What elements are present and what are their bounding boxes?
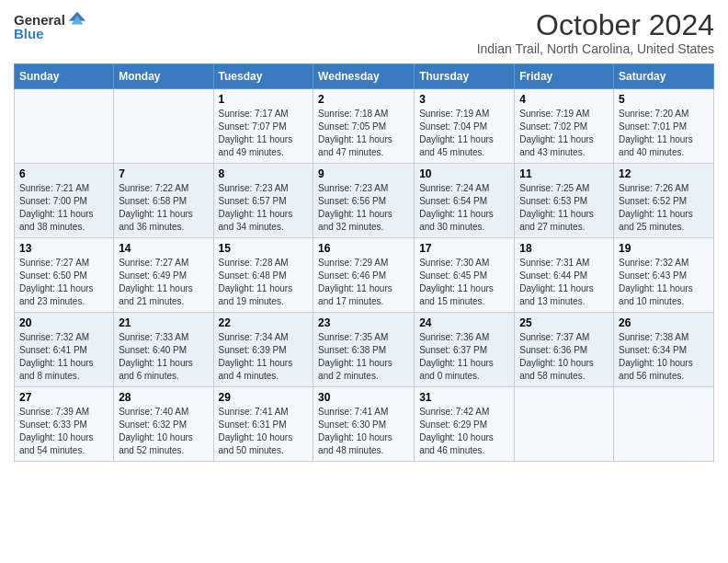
day-number: 11 [519, 167, 609, 180]
calendar-cell: 25Sunrise: 7:37 AM Sunset: 6:36 PM Dayli… [515, 313, 614, 387]
calendar-cell: 15Sunrise: 7:28 AM Sunset: 6:48 PM Dayli… [213, 238, 313, 313]
day-number: 5 [619, 93, 709, 106]
day-number: 6 [19, 167, 108, 180]
calendar-cell [515, 387, 614, 462]
day-number: 9 [318, 167, 409, 180]
day-number: 21 [119, 316, 208, 329]
calendar-cell: 10Sunrise: 7:24 AM Sunset: 6:54 PM Dayli… [415, 164, 515, 238]
day-info: Sunrise: 7:23 AM Sunset: 6:57 PM Dayligh… [219, 182, 309, 234]
calendar-cell: 9Sunrise: 7:23 AM Sunset: 6:56 PM Daylig… [313, 164, 415, 238]
day-number: 2 [318, 93, 409, 106]
calendar-week-row: 13Sunrise: 7:27 AM Sunset: 6:50 PM Dayli… [15, 238, 714, 313]
day-number: 17 [419, 242, 509, 255]
calendar-cell: 17Sunrise: 7:30 AM Sunset: 6:45 PM Dayli… [415, 238, 515, 313]
day-info: Sunrise: 7:29 AM Sunset: 6:46 PM Dayligh… [318, 257, 409, 308]
calendar-table: SundayMondayTuesdayWednesdayThursdayFrid… [14, 63, 714, 462]
calendar-cell [614, 387, 714, 462]
day-number: 27 [19, 391, 108, 404]
day-number: 15 [219, 242, 309, 255]
day-info: Sunrise: 7:27 AM Sunset: 6:50 PM Dayligh… [19, 257, 108, 308]
calendar-cell: 3Sunrise: 7:19 AM Sunset: 7:04 PM Daylig… [415, 89, 515, 164]
day-info: Sunrise: 7:19 AM Sunset: 7:02 PM Dayligh… [519, 108, 609, 159]
day-info: Sunrise: 7:36 AM Sunset: 6:37 PM Dayligh… [419, 331, 509, 383]
logo: General Blue [14, 9, 87, 41]
calendar-cell: 28Sunrise: 7:40 AM Sunset: 6:32 PM Dayli… [114, 387, 213, 462]
day-number: 18 [519, 242, 609, 255]
calendar-subtitle: Indian Trail, North Carolina, United Sta… [477, 41, 714, 56]
calendar-cell: 7Sunrise: 7:22 AM Sunset: 6:58 PM Daylig… [114, 164, 213, 238]
weekday-header-tuesday: Tuesday [213, 64, 313, 89]
calendar-week-row: 6Sunrise: 7:21 AM Sunset: 7:00 PM Daylig… [15, 164, 714, 238]
day-info: Sunrise: 7:41 AM Sunset: 6:31 PM Dayligh… [219, 406, 309, 457]
calendar-cell: 24Sunrise: 7:36 AM Sunset: 6:37 PM Dayli… [415, 313, 515, 387]
day-number: 10 [419, 167, 509, 180]
day-info: Sunrise: 7:40 AM Sunset: 6:32 PM Dayligh… [119, 406, 208, 457]
calendar-week-row: 20Sunrise: 7:32 AM Sunset: 6:41 PM Dayli… [15, 313, 714, 387]
calendar-cell: 22Sunrise: 7:34 AM Sunset: 6:39 PM Dayli… [213, 313, 313, 387]
day-info: Sunrise: 7:24 AM Sunset: 6:54 PM Dayligh… [419, 182, 509, 234]
day-number: 19 [619, 242, 709, 255]
calendar-cell: 26Sunrise: 7:38 AM Sunset: 6:34 PM Dayli… [614, 313, 714, 387]
day-info: Sunrise: 7:37 AM Sunset: 6:36 PM Dayligh… [519, 331, 609, 383]
day-info: Sunrise: 7:41 AM Sunset: 6:30 PM Dayligh… [318, 406, 409, 457]
day-info: Sunrise: 7:20 AM Sunset: 7:01 PM Dayligh… [619, 108, 709, 159]
calendar-cell: 12Sunrise: 7:26 AM Sunset: 6:52 PM Dayli… [614, 164, 714, 238]
day-number: 30 [318, 391, 409, 404]
logo-text-general: General [14, 12, 65, 28]
day-info: Sunrise: 7:31 AM Sunset: 6:44 PM Dayligh… [519, 257, 609, 308]
day-number: 12 [619, 167, 709, 180]
day-info: Sunrise: 7:39 AM Sunset: 6:33 PM Dayligh… [19, 406, 108, 457]
calendar-cell: 23Sunrise: 7:35 AM Sunset: 6:38 PM Dayli… [313, 313, 415, 387]
day-number: 7 [119, 167, 208, 180]
day-number: 1 [219, 93, 309, 106]
calendar-cell: 8Sunrise: 7:23 AM Sunset: 6:57 PM Daylig… [213, 164, 313, 238]
weekday-header-sunday: Sunday [15, 64, 114, 89]
day-info: Sunrise: 7:35 AM Sunset: 6:38 PM Dayligh… [318, 331, 409, 383]
day-number: 28 [119, 391, 208, 404]
calendar-header: SundayMondayTuesdayWednesdayThursdayFrid… [15, 64, 714, 89]
day-number: 26 [619, 316, 709, 329]
calendar-cell: 14Sunrise: 7:27 AM Sunset: 6:49 PM Dayli… [114, 238, 213, 313]
calendar-cell: 6Sunrise: 7:21 AM Sunset: 7:00 PM Daylig… [15, 164, 114, 238]
calendar-week-row: 1Sunrise: 7:17 AM Sunset: 7:07 PM Daylig… [15, 89, 714, 164]
calendar-cell: 30Sunrise: 7:41 AM Sunset: 6:30 PM Dayli… [313, 387, 415, 462]
calendar-body: 1Sunrise: 7:17 AM Sunset: 7:07 PM Daylig… [15, 89, 714, 462]
calendar-cell [114, 89, 213, 164]
day-info: Sunrise: 7:28 AM Sunset: 6:48 PM Dayligh… [219, 257, 309, 308]
day-number: 31 [419, 391, 509, 404]
day-info: Sunrise: 7:27 AM Sunset: 6:49 PM Dayligh… [119, 257, 208, 308]
weekday-header-wednesday: Wednesday [313, 64, 415, 89]
calendar-title: October 2024 [477, 9, 714, 41]
weekday-header-monday: Monday [114, 64, 213, 89]
day-info: Sunrise: 7:32 AM Sunset: 6:41 PM Dayligh… [19, 331, 108, 383]
calendar-cell: 4Sunrise: 7:19 AM Sunset: 7:02 PM Daylig… [515, 89, 614, 164]
calendar-cell [15, 89, 114, 164]
calendar-cell: 31Sunrise: 7:42 AM Sunset: 6:29 PM Dayli… [415, 387, 515, 462]
day-info: Sunrise: 7:26 AM Sunset: 6:52 PM Dayligh… [619, 182, 709, 234]
day-info: Sunrise: 7:42 AM Sunset: 6:29 PM Dayligh… [419, 406, 509, 457]
day-info: Sunrise: 7:30 AM Sunset: 6:45 PM Dayligh… [419, 257, 509, 308]
day-number: 22 [219, 316, 309, 329]
calendar-cell: 29Sunrise: 7:41 AM Sunset: 6:31 PM Dayli… [213, 387, 313, 462]
logo-icon [67, 9, 87, 29]
weekday-header-friday: Friday [515, 64, 614, 89]
calendar-cell: 11Sunrise: 7:25 AM Sunset: 6:53 PM Dayli… [515, 164, 614, 238]
weekday-header-row: SundayMondayTuesdayWednesdayThursdayFrid… [15, 64, 714, 89]
calendar-cell: 20Sunrise: 7:32 AM Sunset: 6:41 PM Dayli… [15, 313, 114, 387]
day-number: 16 [318, 242, 409, 255]
day-number: 3 [419, 93, 509, 106]
calendar-cell: 1Sunrise: 7:17 AM Sunset: 7:07 PM Daylig… [213, 89, 313, 164]
day-info: Sunrise: 7:21 AM Sunset: 7:00 PM Dayligh… [19, 182, 108, 234]
day-number: 20 [19, 316, 108, 329]
day-number: 8 [219, 167, 309, 180]
day-info: Sunrise: 7:22 AM Sunset: 6:58 PM Dayligh… [119, 182, 208, 234]
day-number: 24 [419, 316, 509, 329]
calendar-cell: 27Sunrise: 7:39 AM Sunset: 6:33 PM Dayli… [15, 387, 114, 462]
day-info: Sunrise: 7:32 AM Sunset: 6:43 PM Dayligh… [619, 257, 709, 308]
day-info: Sunrise: 7:19 AM Sunset: 7:04 PM Dayligh… [419, 108, 509, 159]
day-info: Sunrise: 7:34 AM Sunset: 6:39 PM Dayligh… [219, 331, 309, 383]
calendar-week-row: 27Sunrise: 7:39 AM Sunset: 6:33 PM Dayli… [15, 387, 714, 462]
day-info: Sunrise: 7:18 AM Sunset: 7:05 PM Dayligh… [318, 108, 409, 159]
day-number: 4 [519, 93, 609, 106]
calendar-cell: 5Sunrise: 7:20 AM Sunset: 7:01 PM Daylig… [614, 89, 714, 164]
